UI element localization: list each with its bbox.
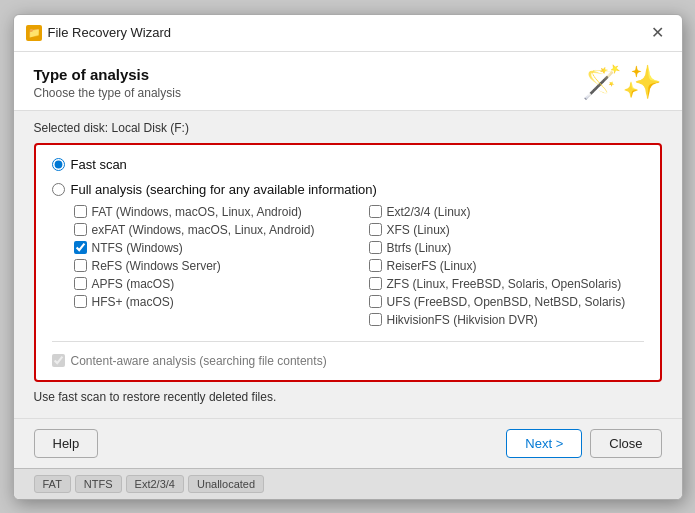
- checkbox-ext-input[interactable]: [369, 205, 382, 218]
- analysis-box: Fast scan Full analysis (searching for a…: [34, 143, 662, 382]
- footer-right: Next > Close: [506, 429, 661, 458]
- header-text: Type of analysis Choose the type of anal…: [34, 66, 181, 100]
- checkbox-exfat-label[interactable]: exFAT (Windows, macOS, Linux, Android): [92, 223, 315, 237]
- checkbox-fat-input[interactable]: [74, 205, 87, 218]
- checkbox-ext: Ext2/3/4 (Linux): [369, 205, 644, 219]
- checkbox-hfsplus: HFS+ (macOS): [74, 295, 349, 309]
- checkbox-apfs-label[interactable]: APFS (macOS): [92, 277, 175, 291]
- checkbox-ntfs-input[interactable]: [74, 241, 87, 254]
- footer-section: Help Next > Close: [14, 418, 682, 468]
- checkbox-ntfs-label[interactable]: NTFS (Windows): [92, 241, 183, 255]
- info-text: Use fast scan to restore recently delete…: [34, 382, 662, 408]
- subheading: Choose the type of analysis: [34, 86, 181, 100]
- checkbox-reiserfs-input[interactable]: [369, 259, 382, 272]
- taskbar: FAT NTFS Ext2/3/4 Unallocated: [14, 468, 682, 499]
- checkbox-hikvision-input[interactable]: [369, 313, 382, 326]
- title-bar-left: 📁 File Recovery Wizard: [26, 25, 172, 41]
- checkbox-hfsplus-label[interactable]: HFS+ (macOS): [92, 295, 174, 309]
- checkboxes-grid: FAT (Windows, macOS, Linux, Android) Ext…: [52, 205, 644, 327]
- checkbox-hikvision: HikvisionFS (Hikvision DVR): [369, 313, 644, 327]
- checkbox-btrfs-input[interactable]: [369, 241, 382, 254]
- checkbox-ufs: UFS (FreeBSD, OpenBSD, NetBSD, Solaris): [369, 295, 644, 309]
- divider: [52, 341, 644, 342]
- checkbox-fat: FAT (Windows, macOS, Linux, Android): [74, 205, 349, 219]
- taskbar-item-ext[interactable]: Ext2/3/4: [126, 475, 184, 493]
- content-aware-label[interactable]: Content-aware analysis (searching file c…: [71, 354, 327, 368]
- checkbox-apfs: APFS (macOS): [74, 277, 349, 291]
- content-aware-checkbox[interactable]: [52, 354, 65, 367]
- checkbox-zfs-label[interactable]: ZFS (Linux, FreeBSD, Solaris, OpenSolari…: [387, 277, 622, 291]
- dialog: 📁 File Recovery Wizard ✕ Type of analysi…: [13, 14, 683, 500]
- checkbox-xfs: XFS (Linux): [369, 223, 644, 237]
- checkbox-reiserfs: ReiserFS (Linux): [369, 259, 644, 273]
- close-button[interactable]: Close: [590, 429, 661, 458]
- fast-scan-label[interactable]: Fast scan: [71, 157, 127, 172]
- checkbox-refs-input[interactable]: [74, 259, 87, 272]
- checkbox-ufs-label[interactable]: UFS (FreeBSD, OpenBSD, NetBSD, Solaris): [387, 295, 626, 309]
- full-analysis-label[interactable]: Full analysis (searching for any availab…: [71, 182, 377, 197]
- header-section: Type of analysis Choose the type of anal…: [14, 52, 682, 111]
- checkbox-exfat: exFAT (Windows, macOS, Linux, Android): [74, 223, 349, 237]
- taskbar-item-unallocated[interactable]: Unallocated: [188, 475, 264, 493]
- checkbox-hfsplus-input[interactable]: [74, 295, 87, 308]
- full-analysis-radio[interactable]: [52, 183, 65, 196]
- next-button[interactable]: Next >: [506, 429, 582, 458]
- fast-scan-radio[interactable]: [52, 158, 65, 171]
- heading: Type of analysis: [34, 66, 181, 83]
- help-button[interactable]: Help: [34, 429, 99, 458]
- app-icon: 📁: [26, 25, 42, 41]
- checkbox-btrfs-label[interactable]: Btrfs (Linux): [387, 241, 452, 255]
- checkbox-ntfs: NTFS (Windows): [74, 241, 349, 255]
- checkbox-apfs-input[interactable]: [74, 277, 87, 290]
- title-bar-text: File Recovery Wizard: [48, 25, 172, 40]
- checkbox-refs: ReFS (Windows Server): [74, 259, 349, 273]
- checkbox-xfs-input[interactable]: [369, 223, 382, 236]
- checkbox-exfat-input[interactable]: [74, 223, 87, 236]
- checkbox-refs-label[interactable]: ReFS (Windows Server): [92, 259, 221, 273]
- checkbox-hikvision-label[interactable]: HikvisionFS (Hikvision DVR): [387, 313, 538, 327]
- content-aware-row: Content-aware analysis (searching file c…: [52, 350, 644, 368]
- checkbox-ext-label[interactable]: Ext2/3/4 (Linux): [387, 205, 471, 219]
- checkbox-fat-label[interactable]: FAT (Windows, macOS, Linux, Android): [92, 205, 302, 219]
- fast-scan-row: Fast scan: [52, 157, 644, 172]
- selected-disk-label: Selected disk: Local Disk (F:): [34, 121, 662, 135]
- taskbar-item-fat[interactable]: FAT: [34, 475, 71, 493]
- full-analysis-row: Full analysis (searching for any availab…: [52, 182, 644, 197]
- checkbox-zfs: ZFS (Linux, FreeBSD, Solaris, OpenSolari…: [369, 277, 644, 291]
- title-bar-close-button[interactable]: ✕: [645, 23, 670, 43]
- body-section: Selected disk: Local Disk (F:) Fast scan…: [14, 111, 682, 418]
- checkbox-xfs-label[interactable]: XFS (Linux): [387, 223, 450, 237]
- checkbox-btrfs: Btrfs (Linux): [369, 241, 644, 255]
- wizard-icon: 🪄✨: [582, 66, 662, 98]
- checkbox-reiserfs-label[interactable]: ReiserFS (Linux): [387, 259, 477, 273]
- checkbox-zfs-input[interactable]: [369, 277, 382, 290]
- checkbox-ufs-input[interactable]: [369, 295, 382, 308]
- title-bar: 📁 File Recovery Wizard ✕: [14, 15, 682, 52]
- taskbar-item-ntfs[interactable]: NTFS: [75, 475, 122, 493]
